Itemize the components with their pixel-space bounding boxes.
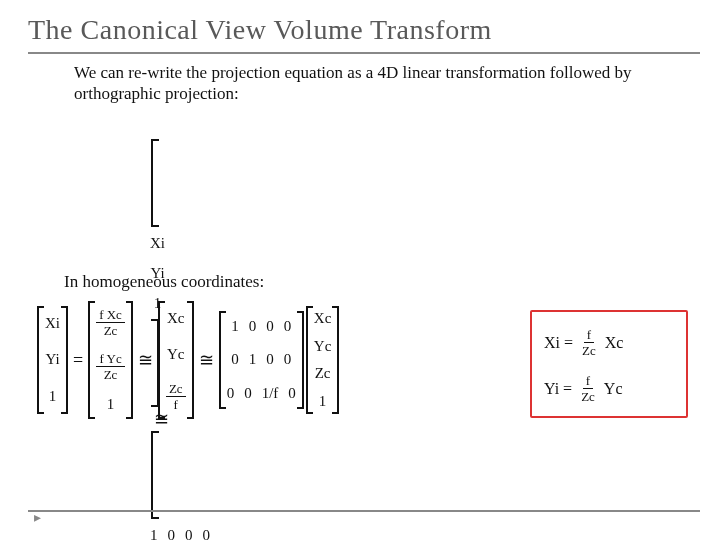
cell: Xc <box>167 310 185 327</box>
cell: Zc <box>315 365 331 382</box>
cell: Yc <box>167 346 185 363</box>
cell: 0 <box>168 527 176 541</box>
slide-marker-icon: ▸ <box>34 509 41 526</box>
cell: Yc <box>314 338 332 355</box>
intro-text: We can re-write the projection equation … <box>74 62 634 105</box>
cell: 0 <box>288 385 296 402</box>
cell: 0 <box>203 527 211 541</box>
cell: Xi <box>150 235 165 252</box>
cell: Xi = <box>544 334 573 352</box>
cell: 1 <box>107 396 115 413</box>
cell: Yi = <box>544 380 572 398</box>
cell: fZc <box>579 328 599 357</box>
cell: 0 <box>185 527 193 541</box>
equation-2: Xi Yi 1 = f XcZc f YcZc 1 ≅ Xc Yc Zcf ≅ … <box>36 300 340 420</box>
cell: Yi <box>45 351 59 368</box>
cell: 0 <box>284 318 292 335</box>
cell: Yc <box>604 380 623 398</box>
subheading: In homogeneous coordinates: <box>64 272 264 292</box>
cell: 0 <box>231 351 239 368</box>
cell: 1/f <box>262 385 279 402</box>
equals-sign: = <box>73 350 83 371</box>
cell: f YcZc <box>96 352 124 381</box>
cell: 1 <box>49 388 57 405</box>
cell: 0 <box>266 351 274 368</box>
cell: 1 <box>319 393 327 410</box>
footer-rule <box>28 510 700 512</box>
title-rule <box>28 52 700 54</box>
cell: 1 <box>249 351 257 368</box>
cell: fZc <box>578 374 598 403</box>
cell: 0 <box>249 318 257 335</box>
cell: Xi <box>45 315 60 332</box>
approx-sign: ≅ <box>199 349 214 371</box>
cell: Zcf <box>166 382 186 411</box>
approx-sign: ≅ <box>138 349 153 371</box>
cell: 0 <box>284 351 292 368</box>
cell: f XcZc <box>96 308 125 337</box>
cell: 0 <box>266 318 274 335</box>
cell: 0 <box>227 385 235 402</box>
result-box: Xi = fZc Xc Yi = fZc Yc <box>530 310 688 418</box>
cell: Xc <box>314 310 332 327</box>
cell: 0 <box>244 385 252 402</box>
slide-title: The Canonical View Volume Transform <box>0 0 720 52</box>
cell: 1 <box>150 527 158 541</box>
cell: Xc <box>605 334 624 352</box>
cell: 1 <box>231 318 239 335</box>
